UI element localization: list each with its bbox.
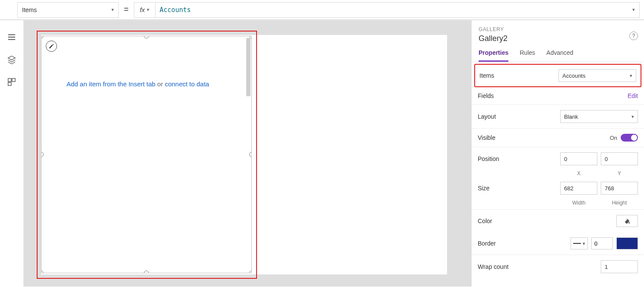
items-label: Items — [479, 72, 494, 79]
border-label: Border — [478, 240, 496, 247]
y-label: Y — [601, 170, 638, 177]
gallery-control[interactable]: Add an item from the Insert tab or conne… — [41, 36, 252, 273]
chevron-down-icon: ▾ — [111, 7, 114, 13]
property-dropdown[interactable]: Items ▾ — [17, 2, 119, 18]
edit-template-button[interactable] — [46, 41, 57, 52]
border-color-swatch[interactable] — [616, 237, 638, 249]
row-color: Color — [472, 210, 644, 232]
layout-value: Blank — [564, 114, 578, 120]
height-label: Height — [601, 200, 638, 206]
visible-label: Visible — [478, 134, 495, 141]
panel-header: GALLERY Gallery2 ? — [472, 20, 644, 43]
svg-rect-1 — [12, 79, 15, 82]
resize-handle[interactable] — [41, 36, 44, 38]
formula-text: Accounts — [160, 6, 191, 14]
resize-handle[interactable] — [249, 152, 252, 157]
color-picker[interactable] — [616, 215, 638, 227]
size-height-input[interactable] — [601, 182, 638, 195]
gallery-hint: Add an item from the Insert tab or conne… — [67, 80, 209, 88]
equals-sign: = — [124, 5, 129, 14]
position-sublabels: X Y — [472, 170, 644, 180]
position-label: Position — [478, 155, 499, 162]
row-border: Border ▾ — [472, 232, 644, 255]
scrollbar[interactable] — [246, 38, 251, 96]
color-label: Color — [478, 218, 492, 224]
fields-edit-link[interactable]: Edit — [628, 92, 638, 99]
row-position: Position — [472, 147, 644, 170]
items-dropdown[interactable]: Accounts ▾ — [558, 69, 636, 82]
position-x-input[interactable] — [560, 152, 597, 165]
size-label: Size — [478, 185, 489, 192]
items-value: Accounts — [562, 73, 585, 79]
chevron-down-icon: ▾ — [146, 7, 149, 13]
border-style-dropdown[interactable]: ▾ — [571, 237, 588, 249]
size-width-input[interactable] — [560, 182, 597, 195]
property-dropdown-label: Items — [22, 6, 37, 13]
formula-input[interactable]: Accounts ▾ — [155, 2, 640, 18]
insert-link[interactable]: Add an item from the Insert tab — [67, 80, 155, 88]
svg-rect-0 — [8, 79, 11, 82]
row-fields: Fields Edit — [472, 87, 644, 105]
size-sublabels: Width Height — [472, 200, 644, 210]
layout-dropdown[interactable]: Blank ▾ — [560, 110, 638, 123]
x-label: X — [560, 170, 597, 177]
resize-handle[interactable] — [41, 152, 44, 157]
help-icon[interactable]: ? — [629, 32, 638, 40]
resize-handle[interactable] — [144, 271, 149, 273]
fx-button[interactable]: fx ▾ — [134, 2, 155, 18]
main: Add an item from the Insert tab or conne… — [0, 20, 644, 287]
control-type: GALLERY — [479, 26, 637, 32]
wrap-label: Wrap count — [478, 263, 508, 270]
components-icon[interactable] — [7, 77, 16, 87]
position-y-input[interactable] — [601, 152, 638, 165]
properties-panel: GALLERY Gallery2 ? Properties Rules Adva… — [471, 20, 644, 287]
row-visible: Visible On — [472, 129, 644, 147]
resize-handle[interactable] — [41, 271, 44, 273]
chevron-down-icon: ▾ — [631, 114, 634, 120]
resize-handle[interactable] — [144, 36, 149, 38]
row-items: Items Accounts ▾ — [474, 64, 641, 87]
left-rail — [0, 20, 24, 287]
visible-toggle[interactable] — [621, 134, 638, 142]
chevron-down-icon: ▾ — [632, 7, 635, 13]
paint-bucket-icon — [624, 218, 631, 224]
row-wrap-count: Wrap count — [472, 255, 644, 278]
width-label: Width — [560, 200, 597, 206]
fx-label: fx — [140, 6, 145, 13]
formula-bar: Items ▾ = fx ▾ Accounts ▾ — [0, 0, 644, 20]
hint-or: or — [155, 80, 165, 88]
wrap-count-input[interactable] — [601, 260, 638, 273]
panel-tabs: Properties Rules Advanced — [472, 43, 644, 62]
chevron-down-icon: ▾ — [630, 73, 632, 79]
control-name[interactable]: Gallery2 — [479, 34, 637, 43]
canvas[interactable]: Add an item from the Insert tab or conne… — [24, 20, 471, 287]
resize-handle[interactable] — [249, 271, 252, 273]
fields-label: Fields — [478, 92, 494, 99]
svg-rect-2 — [8, 82, 11, 85]
chevron-down-icon: ▾ — [583, 241, 585, 246]
layers-icon[interactable] — [7, 55, 16, 64]
layout-label: Layout — [478, 113, 496, 120]
tab-rules[interactable]: Rules — [520, 49, 535, 62]
pencil-icon — [48, 43, 54, 49]
tab-advanced[interactable]: Advanced — [546, 49, 573, 62]
row-layout: Layout Blank ▾ — [472, 105, 644, 129]
visible-on-label: On — [610, 135, 617, 141]
row-size: Size — [472, 180, 644, 200]
border-width-input[interactable] — [591, 237, 613, 249]
connect-data-link[interactable]: connect to data — [165, 80, 209, 88]
hamburger-icon[interactable] — [7, 32, 16, 42]
tab-properties[interactable]: Properties — [479, 49, 508, 62]
